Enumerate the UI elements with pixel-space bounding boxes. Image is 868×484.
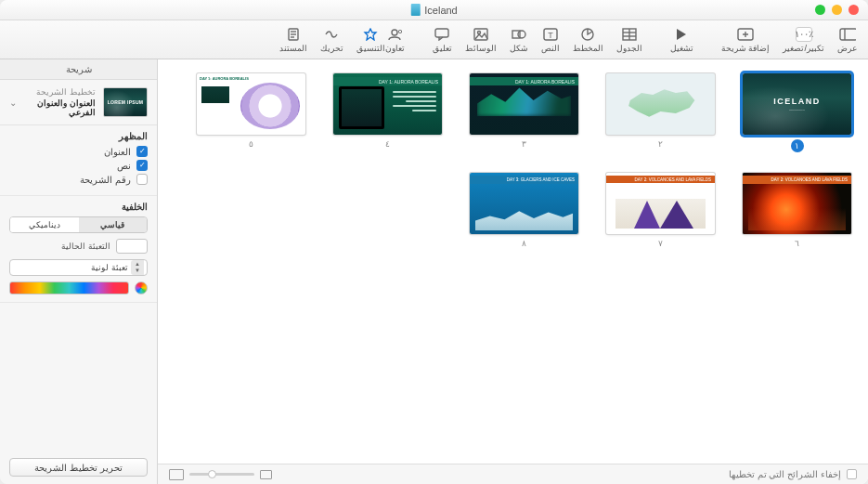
media-button[interactable]: الوسائط bbox=[465, 27, 497, 53]
slide-thumb[interactable]: ٢ bbox=[606, 73, 715, 152]
format-button[interactable]: التنسيق bbox=[356, 27, 385, 53]
slide-thumb[interactable]: ICELAND ────── ١ bbox=[743, 73, 851, 152]
view-label: عرض bbox=[837, 44, 857, 53]
checkbox-checked-icon[interactable]: ✓ bbox=[136, 160, 148, 171]
slide-thumb[interactable]: DAY 1: AURORA BOREALIS ٤ bbox=[333, 73, 442, 152]
table-button[interactable]: الجدول bbox=[616, 27, 642, 53]
current-fill-swatch[interactable] bbox=[116, 239, 148, 254]
background-standard[interactable]: قياسي bbox=[79, 217, 148, 232]
svg-point-17 bbox=[392, 30, 397, 35]
map-icon bbox=[623, 85, 699, 123]
zoom-value: ٪١٠٠ bbox=[796, 27, 812, 42]
background-mode-segmented[interactable]: قياسي ديناميكي bbox=[9, 216, 148, 233]
shape-button[interactable]: شكل bbox=[510, 27, 528, 53]
edit-slide-layout-button[interactable]: تحرير تخطيط الشريحة bbox=[9, 458, 148, 477]
toolbar: عرض ٪١٠٠ تكبير/تصغير إضافة شريحة تشغيل ا… bbox=[0, 20, 868, 59]
toolbar-right-group: عرض ٪١٠٠ تكبير/تصغير إضافة شريحة bbox=[721, 27, 857, 53]
toolbar-inspector-group: التنسيق تحريك المستند bbox=[279, 27, 385, 53]
document-button[interactable]: المستند bbox=[279, 27, 307, 53]
fill-type-select[interactable]: ▲▼ تعبئة لونية bbox=[9, 259, 148, 276]
slide-5[interactable]: DAY 1: AURORA BOREALIS bbox=[197, 73, 305, 135]
play-button[interactable]: تشغيل bbox=[670, 27, 693, 53]
slide-thumb[interactable]: DAY 1: AURORA BOREALIS ٣ bbox=[470, 73, 578, 152]
checkbox-checked-icon[interactable]: ✓ bbox=[136, 146, 148, 157]
body-checkbox-row[interactable]: ✓ نص bbox=[9, 160, 148, 171]
slide-layout-chooser[interactable]: LOREM IPSUM تخطيط الشريحة العنوان والعنو… bbox=[0, 80, 157, 125]
slide-6[interactable]: DAY 2: VOLCANOES AND LAVA FIELDS bbox=[743, 173, 851, 234]
doc-icon bbox=[410, 4, 420, 16]
add-slide-button[interactable]: إضافة شريحة bbox=[721, 27, 771, 53]
chevron-down-icon: ⌄ bbox=[9, 98, 17, 108]
zoom-window-button[interactable] bbox=[815, 5, 825, 15]
slide-4[interactable]: DAY 1: AURORA BOREALIS bbox=[333, 73, 442, 135]
slide-thumb[interactable]: DAY 1: AURORA BOREALIS ٥ bbox=[197, 73, 305, 152]
light-table-area: ICELAND ────── ١ ٢ DAY 1: AURORA BOREALI… bbox=[158, 59, 868, 484]
close-window-button[interactable] bbox=[849, 5, 859, 15]
light-table[interactable]: ICELAND ────── ١ ٢ DAY 1: AURORA BOREALI… bbox=[158, 59, 868, 464]
format-inspector: شريحة LOREM IPSUM تخطيط الشريحة العنوان … bbox=[0, 59, 158, 484]
comment-button[interactable]: تعليق bbox=[433, 27, 452, 53]
svg-rect-16 bbox=[435, 29, 448, 37]
thumbnails-large-icon[interactable] bbox=[169, 469, 184, 480]
appearance-section: المظهر ✓ العنوان ✓ نص ✓ رقم الشريحة bbox=[0, 125, 157, 196]
hide-skipped-checkbox[interactable] bbox=[847, 469, 857, 479]
slide-number: ١ bbox=[791, 139, 804, 152]
thumbnail-size-slider[interactable] bbox=[189, 473, 254, 476]
hue-slider[interactable] bbox=[9, 281, 129, 294]
animate-button[interactable]: تحريك bbox=[320, 27, 343, 53]
hide-skipped-row[interactable]: إخفاء الشرائح التي تم تخطيها bbox=[729, 469, 857, 479]
text-button[interactable]: T النص bbox=[541, 27, 560, 53]
zoom-menu-button[interactable]: ٪١٠٠ تكبير/تصغير bbox=[783, 27, 824, 53]
layout-thumbnail: LOREM IPSUM bbox=[103, 87, 148, 117]
slide-thumb[interactable]: DAY 2: VOLCANOES AND LAVA FIELDS ٧ bbox=[606, 173, 715, 248]
title-checkbox-row[interactable]: ✓ العنوان bbox=[9, 146, 148, 157]
slide-thumb[interactable]: DAY 3: GLACIERS AND ICE CAVES ٨ bbox=[470, 173, 578, 248]
svg-text:T: T bbox=[548, 31, 553, 40]
slide-1[interactable]: ICELAND ────── bbox=[743, 73, 851, 135]
canvas-footer: إخفاء الشرائح التي تم تخطيها bbox=[158, 464, 868, 484]
play-label: تشغيل bbox=[670, 44, 693, 53]
color-picker-row bbox=[9, 281, 148, 294]
slide-7[interactable]: DAY 2: VOLCANOES AND LAVA FIELDS bbox=[606, 173, 715, 234]
magnetosphere-icon bbox=[240, 83, 300, 129]
collaborate-button[interactable]: تعاون bbox=[385, 27, 405, 53]
inspector-tab-slide[interactable]: شريحة bbox=[0, 59, 157, 80]
toolbar-insert-group: الجدول المخطط T النص شكل الوسائط تعليق bbox=[433, 27, 642, 53]
slidenumber-checkbox-row[interactable]: ✓ رقم الشريحة bbox=[9, 174, 148, 185]
document-title-area: Iceland bbox=[410, 4, 457, 16]
slide-8[interactable]: DAY 3: GLACIERS AND ICE CAVES bbox=[470, 173, 578, 234]
view-menu-button[interactable]: عرض bbox=[837, 27, 857, 53]
slide-2[interactable] bbox=[606, 73, 715, 135]
chart-button[interactable]: المخطط bbox=[573, 27, 603, 53]
app-window: Iceland عرض ٪١٠٠ تكبير/تصغير إضافة شريحة bbox=[0, 0, 868, 484]
thumbnails-small-icon[interactable] bbox=[260, 470, 272, 479]
play-icon bbox=[677, 29, 686, 40]
main-area: ICELAND ────── ١ ٢ DAY 1: AURORA BOREALI… bbox=[0, 59, 868, 484]
add-slide-label: إضافة شريحة bbox=[721, 44, 771, 53]
slide-3[interactable]: DAY 1: AURORA BOREALIS bbox=[470, 73, 578, 135]
title-bar: Iceland bbox=[0, 0, 868, 20]
background-dynamic[interactable]: ديناميكي bbox=[10, 217, 79, 232]
background-section: الخلفية قياسي ديناميكي التعبئة الحالية ▲… bbox=[0, 196, 157, 303]
svg-point-13 bbox=[518, 31, 525, 38]
svg-rect-0 bbox=[840, 29, 856, 40]
color-wheel-icon[interactable] bbox=[135, 281, 148, 294]
footer-zoom-controls bbox=[169, 469, 272, 480]
slide-thumb[interactable]: DAY 2: VOLCANOES AND LAVA FIELDS ٦ bbox=[743, 173, 851, 248]
window-controls bbox=[815, 5, 859, 15]
minimize-window-button[interactable] bbox=[832, 5, 842, 15]
document-title: Iceland bbox=[424, 5, 457, 16]
zoom-label-text: تكبير/تصغير bbox=[783, 44, 824, 53]
checkbox-unchecked-icon[interactable]: ✓ bbox=[136, 174, 148, 185]
current-fill-row: التعبئة الحالية bbox=[9, 239, 148, 254]
